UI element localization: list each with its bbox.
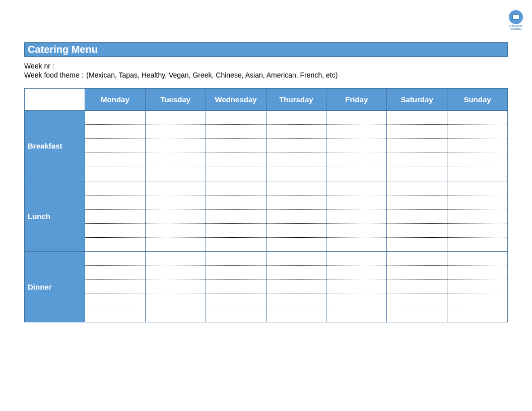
cell-lunch-monday[interactable] <box>85 181 146 252</box>
entry-line <box>85 224 145 238</box>
cell-lunch-friday[interactable] <box>326 181 387 252</box>
entry-line <box>326 224 386 238</box>
entry-line <box>146 210 206 224</box>
entry-line <box>146 139 206 153</box>
entry-line <box>267 195 326 210</box>
menu-table: Monday Tuesday Wednesday Thursday Friday… <box>24 88 508 322</box>
entry-line <box>387 181 447 195</box>
entry-line <box>387 280 447 294</box>
entry-line <box>85 252 145 266</box>
entry-line <box>447 266 507 280</box>
cell-dinner-sunday[interactable] <box>447 252 508 322</box>
entry-line <box>85 266 145 280</box>
cell-breakfast-thursday[interactable] <box>266 111 326 181</box>
entry-line <box>146 238 206 251</box>
entry-line <box>326 308 386 322</box>
cell-lunch-tuesday[interactable] <box>145 181 206 252</box>
entry-line <box>447 139 507 153</box>
entry-line <box>326 111 386 125</box>
brand-badge: Al Business Templates <box>507 10 525 28</box>
cell-lunch-sunday[interactable] <box>447 181 508 252</box>
entry-line <box>206 294 266 308</box>
entry-line <box>146 280 206 294</box>
entry-line <box>146 125 206 139</box>
entry-line <box>267 266 326 280</box>
cell-lunch-saturday[interactable] <box>387 181 447 252</box>
title-bar: Catering Menu <box>24 42 508 57</box>
cell-breakfast-friday[interactable] <box>326 111 387 181</box>
entry-line <box>206 153 266 167</box>
entry-line <box>146 167 206 181</box>
entry-line <box>447 111 507 125</box>
cell-dinner-friday[interactable] <box>326 252 387 322</box>
brand-badge-circle <box>509 10 523 24</box>
entry-line <box>387 139 447 153</box>
entry-line <box>387 210 447 224</box>
entry-line <box>326 210 386 224</box>
entry-line <box>146 181 206 195</box>
entry-line <box>267 252 326 266</box>
entry-line <box>146 294 206 308</box>
entry-line <box>206 125 266 139</box>
header-sunday: Sunday <box>447 89 508 111</box>
entry-line <box>267 167 326 181</box>
cell-breakfast-monday[interactable] <box>85 111 146 181</box>
entry-line <box>447 167 507 181</box>
cell-breakfast-tuesday[interactable] <box>145 111 206 181</box>
cell-dinner-thursday[interactable] <box>266 252 326 322</box>
entry-line <box>387 308 447 322</box>
cell-dinner-saturday[interactable] <box>387 252 447 322</box>
entry-line <box>267 238 326 251</box>
entry-line <box>387 252 447 266</box>
week-nr-label: Week nr : <box>24 62 54 70</box>
cell-lunch-thursday[interactable] <box>266 181 326 252</box>
entry-line <box>146 308 206 322</box>
entry-line <box>326 195 386 210</box>
entry-line <box>387 238 447 251</box>
cell-breakfast-sunday[interactable] <box>447 111 508 181</box>
entry-line <box>387 266 447 280</box>
cell-breakfast-wednesday[interactable] <box>206 111 266 181</box>
header-row: Monday Tuesday Wednesday Thursday Friday… <box>25 89 508 111</box>
entry-line <box>387 294 447 308</box>
entry-line <box>146 252 206 266</box>
entry-line <box>447 195 507 210</box>
meal-label-lunch: Lunch <box>25 181 85 252</box>
header-corner <box>25 89 85 111</box>
entry-line <box>447 181 507 195</box>
page: Catering Menu Week nr : Week food theme … <box>0 0 532 322</box>
cell-dinner-monday[interactable] <box>85 252 146 322</box>
meal-row-breakfast: Breakfast <box>25 111 508 181</box>
entry-line <box>146 153 206 167</box>
cell-breakfast-saturday[interactable] <box>387 111 447 181</box>
entry-line <box>387 195 447 210</box>
meal-row-lunch: Lunch <box>25 181 508 252</box>
entry-line <box>267 181 326 195</box>
cell-dinner-tuesday[interactable] <box>145 252 206 322</box>
entry-line <box>206 195 266 210</box>
entry-line <box>267 294 326 308</box>
theme-value: (Mexican, Tapas, Healthy, Vegan, Greek, … <box>86 71 338 79</box>
entry-line <box>326 167 386 181</box>
entry-line <box>267 308 326 322</box>
entry-line <box>387 224 447 238</box>
entry-line <box>387 167 447 181</box>
entry-line <box>326 280 386 294</box>
entry-line <box>447 238 507 251</box>
entry-line <box>206 210 266 224</box>
entry-line <box>326 153 386 167</box>
entry-line <box>326 238 386 251</box>
entry-line <box>85 125 145 139</box>
entry-line <box>267 125 326 139</box>
entry-line <box>85 195 145 210</box>
header-thursday: Thursday <box>266 89 326 111</box>
entry-line <box>146 195 206 210</box>
entry-line <box>206 167 266 181</box>
meta-theme: Week food theme : (Mexican, Tapas, Healt… <box>24 71 508 79</box>
cell-lunch-wednesday[interactable] <box>206 181 266 252</box>
cell-dinner-wednesday[interactable] <box>206 252 266 322</box>
entry-line <box>85 238 145 251</box>
entry-line <box>85 294 145 308</box>
entry-line <box>447 125 507 139</box>
meal-row-dinner: Dinner <box>25 252 508 322</box>
